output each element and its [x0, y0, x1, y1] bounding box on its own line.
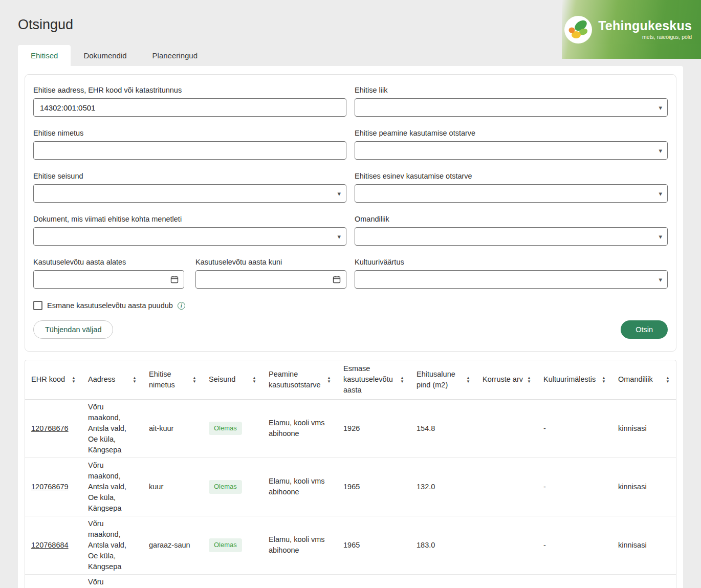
cell-aadress: Võru maakond, Antsla vald, Oe küla, Käng…: [82, 458, 143, 516]
sort-icon[interactable]: ▲▼: [666, 376, 670, 383]
cell-ehitise-nimetus: ait-kuur: [143, 399, 203, 458]
sort-icon[interactable]: ▲▼: [133, 376, 137, 383]
dokument-label: Dokument, mis viimati ehitise kohta mene…: [33, 215, 346, 223]
field-peamine-otstarve: Ehitise peamine kasutamise otstarve ▾: [355, 129, 668, 160]
checkbox-label: Esmane kasutuselevõtu aasta puudub: [47, 301, 173, 310]
esinev-otstarve-select[interactable]: ▾: [355, 184, 668, 203]
column-header-peamine-kasutusotstarve[interactable]: Peamine kasutusotstarve▲▼: [262, 360, 337, 399]
cell-korruste-arv: [476, 516, 537, 574]
tab-planeeringud[interactable]: Planeeringud: [140, 45, 210, 66]
chevron-down-icon: ▾: [337, 233, 341, 241]
form-buttons: Tühjendan väljad Otsin: [33, 320, 668, 339]
cell-peamine-kasutusotstarve: [262, 574, 337, 588]
column-header-seisund[interactable]: Seisund▲▼: [203, 360, 262, 399]
seisund-label: Ehitise seisund: [33, 172, 346, 180]
aasta-kuni-input[interactable]: [195, 270, 346, 289]
cell-korruste-arv: [476, 399, 537, 458]
tab-ehitised[interactable]: Ehitised: [18, 45, 71, 66]
sort-icon[interactable]: ▲▼: [192, 376, 196, 383]
cell-kultuurimalestis: -: [537, 458, 612, 516]
field-ehitise-nimetus: Ehitise nimetus: [33, 129, 346, 160]
results-table: EHR kood▲▼ Aadress▲▼ Ehitise nimetus▲▼ S…: [25, 360, 676, 588]
content-area: Ehitise aadress, EHR kood või katastritu…: [18, 66, 683, 588]
sort-icon[interactable]: ▲▼: [72, 376, 76, 383]
omandiliik-label: Omandiliik: [355, 215, 668, 223]
calendar-icon[interactable]: [170, 275, 179, 284]
tab-dokumendid[interactable]: Dokumendid: [71, 45, 139, 66]
ehitise-liik-select[interactable]: ▾: [355, 98, 668, 117]
chevron-down-icon: ▾: [659, 104, 662, 112]
kultuurivaartus-select[interactable]: ▾: [355, 270, 668, 289]
column-header-aadress[interactable]: Aadress▲▼: [82, 360, 143, 399]
peamine-otstarve-label: Ehitise peamine kasutamise otstarve: [355, 129, 668, 137]
cell-korruste-arv: [476, 574, 537, 588]
chevron-down-icon: ▾: [659, 276, 662, 284]
aasta-alates-label: Kasutuselevõtu aasta alates: [33, 258, 184, 266]
chevron-down-icon: ▾: [659, 233, 662, 241]
field-esinev-otstarve: Ehitises esinev kasutamise otstarve ▾: [355, 172, 668, 203]
column-header-ehr-kood[interactable]: EHR kood▲▼: [25, 360, 82, 399]
column-header-ehitusalune-pind[interactable]: Ehitusalune pind (m2)▲▼: [410, 360, 476, 399]
no-first-use-year-checkbox[interactable]: [33, 301, 42, 310]
field-kultuurivaartus: Kultuuriväärtus ▾: [355, 258, 668, 289]
clear-fields-button[interactable]: Tühjendan väljad: [33, 320, 113, 339]
table-row: 120768679 Võru maakond, Antsla vald, Oe …: [25, 458, 676, 516]
cell-ehitusalune-pind: 154.8: [410, 399, 476, 458]
cell-peamine-kasutusotstarve: Elamu, kooli vms abihoone: [262, 458, 337, 516]
ehitise-nimetus-input[interactable]: [33, 141, 346, 160]
sort-icon[interactable]: ▲▼: [252, 376, 256, 383]
sort-icon[interactable]: ▲▼: [327, 376, 331, 383]
ehr-link[interactable]: 120768679: [31, 483, 69, 491]
field-seisund: Ehitise seisund ▾: [33, 172, 346, 203]
peamine-otstarve-select[interactable]: ▾: [355, 141, 668, 160]
aasta-kuni-label: Kasutuselevõtu aasta kuni: [195, 258, 346, 266]
cell-kultuurimalestis: -: [537, 574, 612, 588]
kultuurivaartus-label: Kultuuriväärtus: [355, 258, 668, 266]
aasta-alates-input[interactable]: [33, 270, 184, 289]
status-badge: Olemas: [209, 422, 242, 435]
calendar-icon[interactable]: [333, 275, 341, 284]
chevron-down-icon: ▾: [659, 190, 662, 198]
field-aasta-alates: Kasutuselevõtu aasta alates: [33, 258, 184, 289]
sort-icon[interactable]: ▲▼: [400, 376, 404, 383]
column-header-ehitise-nimetus[interactable]: Ehitise nimetus▲▼: [143, 360, 203, 399]
cell-aadress: Võru maakond, Antsla vald, Oe küla, Käng…: [82, 516, 143, 574]
column-header-omandiliik[interactable]: Omandiliik▲▼: [612, 360, 676, 399]
column-header-esmase-aasta[interactable]: Esmase kasutuselevõtu aasta▲▼: [337, 360, 410, 399]
dokument-select[interactable]: ▾: [33, 227, 346, 246]
search-button[interactable]: Otsin: [621, 320, 668, 339]
info-icon[interactable]: i: [178, 302, 185, 310]
column-header-korruste-arv[interactable]: Korruste arv▲▼: [476, 360, 537, 399]
cell-kultuurimalestis: -: [537, 516, 612, 574]
ehitise-nimetus-label: Ehitise nimetus: [33, 129, 346, 137]
esinev-otstarve-label: Ehitises esinev kasutamise otstarve: [355, 172, 668, 180]
brand-banner[interactable]: Tehingukeskus mets, raieõigus, põld: [562, 0, 701, 59]
cell-esmase-aasta: 1965: [337, 458, 410, 516]
seisund-select[interactable]: ▾: [33, 184, 346, 203]
cell-aadress: Võru maakond, Antsla vald, Oe küla, Käng…: [82, 399, 143, 458]
cell-esmase-aasta: 1926: [337, 399, 410, 458]
status-badge: Olemas: [209, 538, 242, 552]
cell-ehitusalune-pind: 107.2: [410, 574, 476, 588]
table-row: 120768684 Võru maakond, Antsla vald, Oe …: [25, 516, 676, 574]
brand-logo-icon: [563, 15, 593, 45]
cell-omandiliik: kinnisasi: [612, 458, 676, 516]
cell-ehitusalune-pind: 132.0: [410, 458, 476, 516]
sort-icon[interactable]: ▲▼: [466, 376, 470, 383]
ehr-link[interactable]: 120768676: [31, 424, 69, 432]
column-header-kultuurimalestis[interactable]: Kultuurimälestis▲▼: [537, 360, 612, 399]
cell-ehitise-nimetus: laut-küün: [143, 574, 203, 588]
field-omandiliik: Omandiliik ▾: [355, 215, 668, 246]
ehitise-liik-label: Ehitise liik: [355, 86, 668, 94]
cell-esmase-aasta: 1926: [337, 574, 410, 588]
sort-icon[interactable]: ▲▼: [602, 376, 606, 383]
omandiliik-select[interactable]: ▾: [355, 227, 668, 246]
cell-peamine-kasutusotstarve: Elamu, kooli vms abihoone: [262, 516, 337, 574]
address-input[interactable]: [33, 98, 346, 117]
cell-ehitise-nimetus: garaaz-saun: [143, 516, 203, 574]
cell-ehitise-nimetus: kuur: [143, 458, 203, 516]
sort-icon[interactable]: ▲▼: [527, 376, 531, 383]
ehr-link[interactable]: 120768684: [31, 541, 69, 549]
chevron-down-icon: ▾: [659, 147, 662, 155]
cell-kultuurimalestis: -: [537, 399, 612, 458]
